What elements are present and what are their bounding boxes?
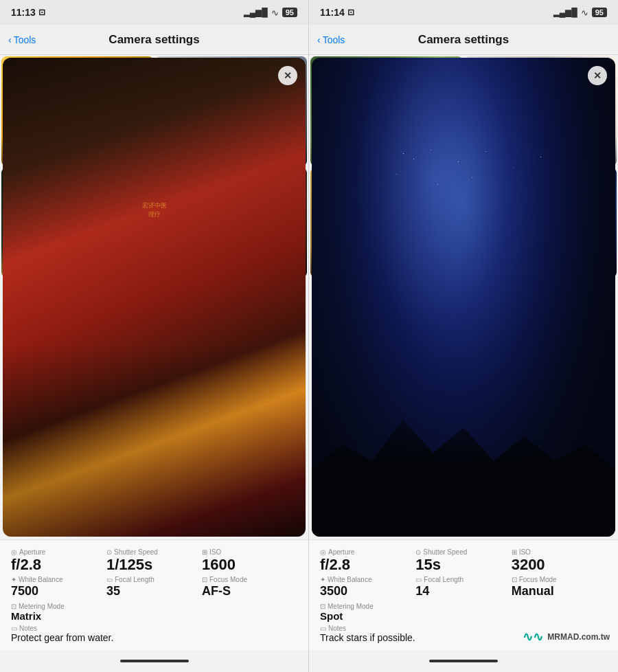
left-notes-label: ▭ Notes: [11, 625, 297, 632]
left-bottom-bar: [0, 650, 308, 672]
right-notes-icon: ▭: [320, 625, 326, 632]
left-wifi-icon: ∿: [271, 8, 279, 18]
right-aperture-icon: ◎: [320, 548, 326, 556]
left-shutter-value: 1/125s: [106, 557, 202, 573]
right-battery-level: 95: [592, 8, 607, 17]
right-shutter-label: ⊙ Shutter Speed: [415, 548, 511, 556]
left-overlay-img: 宏济中医理疗: [3, 58, 306, 537]
left-notes-section: ▭ Notes Protect gear from water.: [11, 625, 297, 643]
right-time: 11:14 ⊡: [320, 7, 354, 18]
right-fl-item: ▭ Focal Length 14: [415, 576, 511, 598]
right-home-indicator: [429, 660, 498, 662]
left-aperture-icon: ◎: [11, 548, 17, 556]
right-metering-section: ⊡ Metering Mode Spot: [320, 603, 607, 622]
right-aperture-item: ◎ Aperture f/2.8: [320, 548, 415, 573]
right-fl-label: ▭ Focal Length: [415, 576, 511, 583]
right-iso-label: ⊞ ISO: [512, 548, 607, 556]
right-aperture-label: ◎ Aperture: [320, 548, 415, 556]
left-metering-value: Matrix: [11, 610, 297, 622]
right-overlay: ✕: [312, 58, 615, 537]
right-overlay-img: [312, 58, 615, 537]
left-fm-icon: ⊡: [202, 576, 207, 583]
right-metering-label: ⊡ Metering Mode: [320, 603, 607, 610]
right-status-bar: 11:14 ⊡ ▂▄▆█ ∿ 95: [309, 0, 618, 25]
right-iso-item: ⊞ ISO 3200: [512, 548, 607, 573]
left-grid-area: 🌼 Flower Macro Sharp Architecture 宏济中医: [0, 55, 308, 539]
left-wb-item: ✦ White Balance 7500: [11, 576, 106, 598]
right-nav-title: Camera settings: [418, 33, 509, 47]
left-notes-icon: ▭: [11, 625, 17, 632]
left-iso-label: ⊞ ISO: [202, 548, 297, 556]
left-fm-value: AF-S: [202, 584, 297, 598]
right-wb-item: ✦ White Balance 3500: [320, 576, 415, 598]
right-fl-icon: ▭: [415, 576, 422, 583]
left-nav-title: Camera settings: [108, 33, 199, 47]
right-nav-bar: ‹ Tools Camera settings: [309, 25, 618, 55]
left-status-icons: ▂▄▆█ ∿ 95: [244, 8, 297, 18]
right-metering-value: Spot: [320, 610, 607, 622]
left-metering-section: ⊡ Metering Mode Matrix: [11, 603, 297, 622]
right-back-label: Tools: [323, 34, 345, 45]
left-home-indicator: [120, 660, 189, 662]
right-shutter-value: 15s: [415, 557, 511, 573]
right-fm-label: ⊡ Focus Mode: [512, 576, 607, 583]
right-grid-area: Macro Insects Fashion Show Historical Bu…: [309, 55, 618, 539]
left-shutter-label: ⊙ Shutter Speed: [106, 548, 202, 556]
right-signal-icon: ▂▄▆█: [553, 8, 577, 17]
left-fl-item: ▭ Focal Length 35: [106, 576, 202, 598]
left-aperture-item: ◎ Aperture f/2.8: [11, 548, 106, 573]
left-fm-item: ⊡ Focus Mode AF-S: [202, 576, 297, 598]
left-wb-icon: ✦: [11, 576, 16, 583]
left-overlay: 宏济中医理疗 ✕: [3, 58, 306, 537]
left-aperture-label: ◎ Aperture: [11, 548, 106, 556]
left-shutter-item: ⊙ Shutter Speed 1/125s: [106, 548, 202, 573]
left-iso-item: ⊞ ISO 1600: [202, 548, 297, 573]
right-close-button[interactable]: ✕: [588, 66, 607, 85]
right-back-button[interactable]: ‹ Tools: [317, 34, 345, 45]
right-battery-icon: ⊡: [347, 8, 354, 17]
right-iso-icon: ⊞: [512, 548, 517, 556]
right-back-chevron: ‹: [317, 34, 321, 45]
watermark-text: MRMAD.com.tw: [547, 632, 610, 642]
right-settings-row-2: ✦ White Balance 3500 ▭ Focal Length 14 ⊡…: [320, 576, 607, 598]
right-status-icons: ▂▄▆█ ∿ 95: [553, 8, 607, 18]
left-metering-icon: ⊡: [11, 603, 16, 610]
left-settings-row-2: ✦ White Balance 7500 ▭ Focal Length 35 ⊡…: [11, 576, 297, 598]
left-wb-value: 7500: [11, 584, 106, 598]
left-nav-bar: ‹ Tools Camera settings: [0, 25, 308, 55]
left-fl-value: 35: [106, 584, 202, 598]
left-metering-label: ⊡ Metering Mode: [11, 603, 297, 610]
right-metering-icon: ⊡: [320, 603, 325, 610]
left-wb-label: ✦ White Balance: [11, 576, 106, 583]
left-back-label: Tools: [14, 34, 36, 45]
left-back-button[interactable]: ‹ Tools: [8, 34, 36, 45]
right-shutter-item: ⊙ Shutter Speed 15s: [415, 548, 511, 573]
left-iso-icon: ⊞: [202, 548, 207, 556]
right-wb-icon: ✦: [320, 576, 325, 583]
right-iso-value: 3200: [512, 557, 607, 573]
left-shutter-icon: ⊙: [106, 548, 112, 556]
left-battery-icon: ⊡: [38, 8, 45, 17]
left-battery-level: 95: [282, 8, 297, 17]
right-wb-label: ✦ White Balance: [320, 576, 415, 583]
left-signal-icon: ▂▄▆█: [244, 8, 268, 17]
right-aperture-value: f/2.8: [320, 557, 415, 573]
left-fl-icon: ▭: [106, 576, 113, 583]
right-fm-value: Manual: [512, 584, 607, 598]
left-phone-panel: 11:13 ⊡ ▂▄▆█ ∿ 95 ‹ Tools Camera setting…: [0, 0, 309, 672]
right-fl-value: 14: [415, 584, 511, 598]
right-bottom-bar: [309, 650, 618, 672]
right-settings-row-1: ◎ Aperture f/2.8 ⊙ Shutter Speed 15s ⊞ I…: [320, 548, 607, 573]
left-time: 11:13 ⊡: [11, 7, 45, 18]
right-fm-item: ⊡ Focus Mode Manual: [512, 576, 607, 598]
right-wb-value: 3500: [320, 584, 415, 598]
left-fl-label: ▭ Focal Length: [106, 576, 202, 583]
left-status-bar: 11:13 ⊡ ▂▄▆█ ∿ 95: [0, 0, 308, 25]
left-close-button[interactable]: ✕: [278, 66, 297, 85]
left-back-chevron: ‹: [8, 34, 12, 45]
left-settings-row-1: ◎ Aperture f/2.8 ⊙ Shutter Speed 1/125s …: [11, 548, 297, 573]
right-wifi-icon: ∿: [581, 8, 588, 18]
left-aperture-value: f/2.8: [11, 557, 106, 573]
left-camera-settings: ◎ Aperture f/2.8 ⊙ Shutter Speed 1/125s …: [0, 539, 308, 650]
watermark: ∿∿ MRMAD.com.tw: [523, 629, 610, 645]
